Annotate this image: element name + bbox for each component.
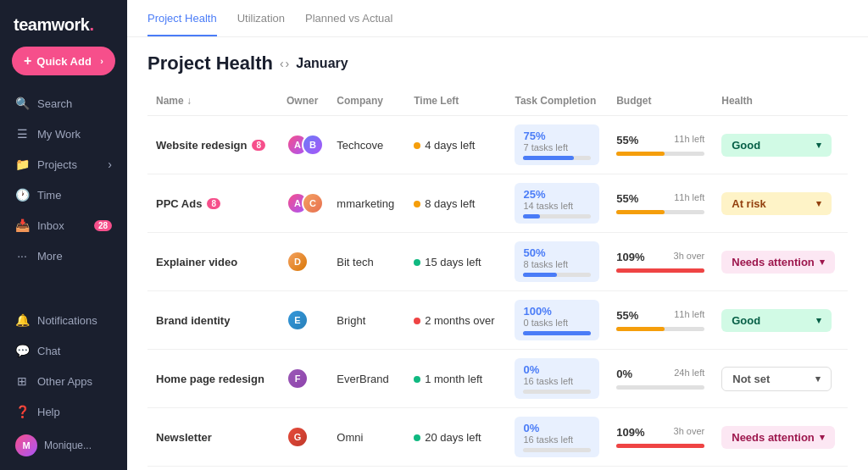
tab-utilization[interactable]: Utilization (237, 12, 285, 36)
cell-name: Newsletter (147, 408, 278, 467)
budget-cell: 55% 11h left (616, 134, 704, 156)
month-nav-arrows[interactable]: ‹ › (280, 57, 289, 70)
task-percentage: 25% (523, 188, 591, 201)
sidebar-label-help: Help (37, 406, 60, 418)
cell-budget: 55% 11h left (608, 116, 713, 174)
cell-health: Good ▾ (713, 116, 848, 174)
col-time-left: Time Left (405, 90, 506, 116)
logo-dot: . (89, 15, 93, 34)
sidebar-item-search[interactable]: 🔍 Search (7, 89, 120, 118)
health-badge[interactable]: Good ▾ (721, 134, 832, 157)
plus-icon: + (24, 53, 31, 69)
owner-avatar: F (287, 368, 309, 390)
cell-company: Techcove (328, 116, 405, 174)
sidebar-item-chat[interactable]: 💬 Chat (7, 336, 120, 365)
search-icon: 🔍 (15, 97, 29, 110)
health-badge[interactable]: At risk ▾ (721, 192, 832, 215)
content-area: Project Health ‹ › January Name ↓ Owner … (127, 37, 868, 470)
sidebar-item-projects[interactable]: 📁 Projects (7, 150, 120, 179)
budget-progress-bar (616, 268, 704, 273)
health-label: At risk (732, 197, 765, 210)
task-percentage: 0% (523, 363, 591, 376)
tab-project-health[interactable]: Project Health (147, 12, 217, 36)
sidebar-label-time: Time (37, 189, 61, 202)
owner-avatars: AC (287, 192, 320, 214)
sidebar-label-projects: Projects (37, 158, 77, 171)
cell-time-left: 20 days left (405, 408, 506, 467)
task-subtitle: 0 tasks left (523, 318, 591, 328)
time-left-text: 2 months over (425, 314, 494, 327)
budget-cell: 55% 11h left (616, 309, 704, 331)
budget-progress-bar (616, 385, 704, 390)
cell-owner: AB (278, 116, 328, 174)
budget-progress-bar (616, 444, 704, 448)
project-name[interactable]: Explainer video (156, 256, 270, 268)
sidebar-item-time[interactable]: 🕐 Time (7, 180, 120, 209)
table-row: Website redesign 8ABTechcove4 days left … (147, 116, 848, 174)
sidebar-label-my-work: My Work (37, 128, 81, 141)
col-budget: Budget (608, 90, 713, 116)
sidebar-item-inbox[interactable]: 📥 Inbox 28 (7, 211, 120, 240)
project-name[interactable]: Home page redesign (156, 373, 270, 385)
budget-percentage: 0% (616, 368, 632, 380)
cell-owner: F (278, 350, 328, 408)
task-progress-bar (523, 390, 591, 394)
cell-health: Needs attention ▾ (713, 233, 848, 291)
health-badge[interactable]: Needs attention ▾ (721, 251, 835, 274)
cell-company: Bit tech (328, 233, 405, 291)
cell-task-completion: 100% 0 tasks left (506, 291, 608, 350)
top-navigation: Project Health Utilization Planned vs Ac… (127, 0, 868, 37)
projects-table: Name ↓ Owner Company Time Left Task Comp… (147, 90, 848, 467)
task-subtitle: 16 tasks left (523, 376, 591, 386)
budget-header: 109% 3h over (616, 251, 704, 263)
task-progress-fill (523, 331, 591, 335)
time-dot (414, 376, 420, 383)
apps-icon: ⊞ (15, 374, 29, 388)
month-label: January (296, 56, 348, 71)
quick-add-button[interactable]: + Quick Add › (12, 47, 115, 75)
cell-budget: 109% 3h over (608, 408, 713, 467)
task-cell: 0% 16 tasks left (515, 417, 599, 457)
tab-planned-vs-actual[interactable]: Planned vs Actual (305, 12, 392, 36)
task-progress-bar (523, 214, 591, 218)
health-badge[interactable]: Good ▾ (721, 309, 832, 332)
sidebar-label-notifications: Notifications (37, 314, 97, 327)
next-month-icon[interactable]: › (286, 57, 290, 70)
user-profile[interactable]: M Monique... (7, 428, 120, 463)
sidebar-bottom: 🔔 Notifications 💬 Chat ⊞ Other Apps ❓ He… (0, 299, 127, 470)
sidebar-item-other-apps[interactable]: ⊞ Other Apps (7, 367, 120, 395)
budget-progress-fill (616, 268, 704, 273)
sidebar-item-help[interactable]: ❓ Help (7, 397, 120, 426)
sidebar-item-notifications[interactable]: 🔔 Notifications (7, 306, 120, 335)
project-name[interactable]: Newsletter (156, 431, 270, 444)
owner-avatar: G (287, 426, 309, 448)
health-label: Good (732, 139, 760, 152)
budget-time: 11h left (674, 134, 704, 144)
cell-health: At risk ▾ (713, 174, 848, 233)
task-subtitle: 16 tasks left (523, 434, 591, 445)
budget-percentage: 55% (616, 134, 638, 147)
bell-icon: 🔔 (15, 313, 29, 327)
cell-task-completion: 25% 14 tasks left (506, 174, 608, 233)
budget-percentage: 109% (616, 251, 644, 263)
task-progress-fill (523, 214, 540, 218)
sidebar-item-more[interactable]: ··· More (7, 241, 120, 270)
project-name[interactable]: Brand identity (156, 314, 270, 327)
project-name[interactable]: PPC Ads 8 (156, 197, 270, 210)
app-logo: teamwork. (0, 0, 127, 47)
health-label: Good (732, 314, 760, 327)
health-badge[interactable]: Not set ▾ (721, 367, 832, 391)
project-name[interactable]: Website redesign 8 (156, 139, 270, 152)
budget-time: 11h left (674, 192, 704, 202)
sidebar-item-my-work[interactable]: ☰ My Work (7, 119, 120, 148)
task-progress-bar (523, 273, 591, 277)
health-badge[interactable]: Needs attention ▾ (721, 426, 835, 449)
col-name[interactable]: Name ↓ (147, 90, 278, 116)
task-cell: 25% 14 tasks left (515, 183, 599, 224)
table-body: Website redesign 8ABTechcove4 days left … (147, 116, 848, 467)
task-progress-fill (523, 156, 574, 160)
cell-health: Good ▾ (713, 291, 848, 350)
table-row: PPC Ads 8ACmmarketing8 days left 25% 14 … (147, 174, 848, 233)
prev-month-icon[interactable]: ‹ (280, 57, 284, 70)
owner-avatar: B (302, 134, 324, 156)
